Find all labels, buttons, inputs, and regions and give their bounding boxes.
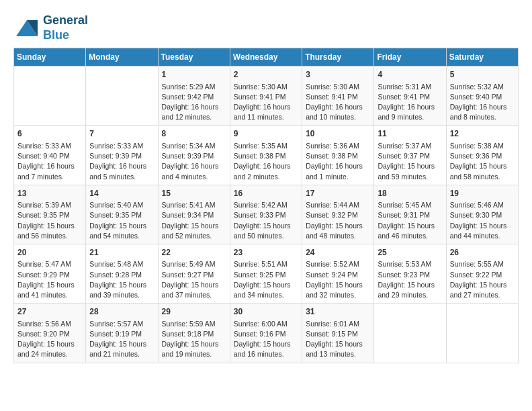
day-info: Daylight: 16 hours and 7 minutes. — [17, 161, 82, 181]
day-info: Daylight: 15 hours and 13 minutes. — [306, 339, 370, 359]
day-info: Sunrise: 5:36 AM — [306, 141, 370, 151]
day-info: Sunset: 9:25 PM — [234, 270, 298, 280]
day-info: Sunrise: 5:38 AM — [450, 141, 515, 151]
day-number: 25 — [378, 247, 442, 259]
day-info: Sunrise: 5:56 AM — [17, 319, 82, 329]
day-info: Daylight: 15 hours and 52 minutes. — [162, 221, 226, 241]
day-info: Sunrise: 5:35 AM — [234, 141, 298, 151]
calendar-cell: 16Sunrise: 5:42 AMSunset: 9:33 PMDayligh… — [230, 185, 302, 244]
day-info: Daylight: 15 hours and 34 minutes. — [234, 280, 298, 300]
day-info: Sunrise: 6:01 AM — [306, 319, 370, 329]
day-info: Sunrise: 5:57 AM — [89, 319, 154, 329]
day-info: Sunrise: 5:46 AM — [450, 200, 515, 210]
day-number: 28 — [89, 306, 154, 318]
day-info: Daylight: 16 hours and 4 minutes. — [162, 161, 226, 181]
day-info: Sunrise: 5:47 AM — [17, 259, 82, 269]
calendar-cell: 27Sunrise: 5:56 AMSunset: 9:20 PMDayligh… — [14, 304, 86, 363]
day-info: Sunrise: 5:45 AM — [378, 200, 442, 210]
day-number: 30 — [234, 306, 298, 318]
calendar-cell: 7Sunrise: 5:33 AMSunset: 9:39 PMDaylight… — [86, 126, 158, 185]
day-number: 6 — [17, 128, 82, 140]
day-info: Sunrise: 5:33 AM — [89, 141, 154, 151]
day-info: Daylight: 15 hours and 16 minutes. — [234, 339, 298, 359]
day-number: 18 — [378, 188, 442, 199]
day-number: 26 — [450, 247, 515, 259]
day-info: Sunset: 9:18 PM — [162, 329, 226, 339]
day-header-wednesday: Wednesday — [230, 48, 302, 66]
calendar-cell: 4Sunrise: 5:31 AMSunset: 9:41 PMDaylight… — [374, 66, 446, 126]
calendar-cell — [14, 66, 86, 126]
calendar-cell: 25Sunrise: 5:53 AMSunset: 9:23 PMDayligh… — [374, 244, 446, 303]
calendar-cell: 21Sunrise: 5:48 AMSunset: 9:28 PMDayligh… — [86, 244, 158, 303]
day-info: Sunset: 9:28 PM — [89, 270, 154, 280]
day-number: 27 — [17, 306, 82, 318]
calendar-cell — [86, 66, 158, 126]
day-info: Sunset: 9:39 PM — [162, 151, 226, 161]
calendar-cell: 22Sunrise: 5:49 AMSunset: 9:27 PMDayligh… — [158, 244, 230, 303]
day-info: Sunrise: 5:41 AM — [162, 200, 226, 210]
day-number: 13 — [17, 188, 82, 199]
day-info: Sunset: 9:16 PM — [234, 329, 298, 339]
day-info: Daylight: 15 hours and 39 minutes. — [89, 280, 154, 300]
day-number: 8 — [162, 128, 226, 140]
day-info: Daylight: 16 hours and 8 minutes. — [450, 102, 515, 122]
calendar-cell: 14Sunrise: 5:40 AMSunset: 9:35 PMDayligh… — [86, 185, 158, 244]
day-info: Daylight: 15 hours and 29 minutes. — [378, 280, 442, 300]
calendar-cell: 26Sunrise: 5:55 AMSunset: 9:22 PMDayligh… — [446, 244, 518, 303]
calendar-week-4: 20Sunrise: 5:47 AMSunset: 9:29 PMDayligh… — [14, 244, 519, 303]
calendar-cell: 20Sunrise: 5:47 AMSunset: 9:29 PMDayligh… — [14, 244, 86, 303]
day-info: Daylight: 15 hours and 58 minutes. — [450, 161, 515, 181]
day-number: 11 — [378, 128, 442, 140]
day-header-saturday: Saturday — [446, 48, 518, 66]
logo-icon — [13, 15, 40, 42]
day-info: Daylight: 15 hours and 32 minutes. — [306, 280, 370, 300]
calendar-week-1: 1Sunrise: 5:29 AMSunset: 9:42 PMDaylight… — [14, 66, 519, 126]
calendar-cell: 13Sunrise: 5:39 AMSunset: 9:35 PMDayligh… — [14, 185, 86, 244]
day-info: Sunrise: 5:53 AM — [378, 259, 442, 269]
day-header-friday: Friday — [374, 48, 446, 66]
day-info: Sunset: 9:23 PM — [378, 270, 442, 280]
calendar-cell: 2Sunrise: 5:30 AMSunset: 9:41 PMDaylight… — [230, 66, 302, 126]
calendar-cell — [446, 304, 518, 363]
day-info: Daylight: 16 hours and 9 minutes. — [378, 102, 442, 122]
day-info: Daylight: 16 hours and 1 minute. — [306, 161, 370, 181]
day-number: 29 — [162, 306, 226, 318]
calendar-cell: 15Sunrise: 5:41 AMSunset: 9:34 PMDayligh… — [158, 185, 230, 244]
day-number: 2 — [234, 69, 298, 81]
day-info: Sunset: 9:38 PM — [234, 151, 298, 161]
day-info: Sunset: 9:41 PM — [306, 92, 370, 102]
day-info: Sunset: 9:30 PM — [450, 210, 515, 220]
day-info: Daylight: 15 hours and 27 minutes. — [450, 280, 515, 300]
day-info: Sunset: 9:22 PM — [450, 270, 515, 280]
day-header-thursday: Thursday — [302, 48, 374, 66]
day-info: Sunset: 9:40 PM — [450, 92, 515, 102]
day-info: Sunset: 9:36 PM — [450, 151, 515, 161]
day-info: Sunset: 9:38 PM — [306, 151, 370, 161]
day-info: Sunset: 9:42 PM — [162, 92, 226, 102]
day-header-tuesday: Tuesday — [158, 48, 230, 66]
day-info: Daylight: 16 hours and 12 minutes. — [162, 102, 226, 122]
day-info: Sunset: 9:32 PM — [306, 210, 370, 220]
day-info: Daylight: 15 hours and 44 minutes. — [450, 221, 515, 241]
day-info: Sunrise: 5:31 AM — [378, 82, 442, 92]
calendar-cell: 30Sunrise: 6:00 AMSunset: 9:16 PMDayligh… — [230, 304, 302, 363]
day-info: Sunset: 9:24 PM — [306, 270, 370, 280]
day-info: Daylight: 15 hours and 54 minutes. — [89, 221, 154, 241]
day-info: Daylight: 15 hours and 41 minutes. — [17, 280, 82, 300]
day-info: Sunset: 9:41 PM — [234, 92, 298, 102]
day-info: Sunset: 9:41 PM — [378, 92, 442, 102]
day-info: Daylight: 16 hours and 2 minutes. — [234, 161, 298, 181]
day-info: Sunrise: 5:59 AM — [162, 319, 226, 329]
day-info: Sunset: 9:39 PM — [89, 151, 154, 161]
day-number: 4 — [378, 69, 442, 81]
calendar-cell: 28Sunrise: 5:57 AMSunset: 9:19 PMDayligh… — [86, 304, 158, 363]
day-info: Daylight: 15 hours and 37 minutes. — [162, 280, 226, 300]
calendar-cell: 19Sunrise: 5:46 AMSunset: 9:30 PMDayligh… — [446, 185, 518, 244]
day-info: Daylight: 15 hours and 50 minutes. — [234, 221, 298, 241]
day-info: Sunrise: 5:49 AM — [162, 259, 226, 269]
calendar-cell: 18Sunrise: 5:45 AMSunset: 9:31 PMDayligh… — [374, 185, 446, 244]
day-info: Sunset: 9:34 PM — [162, 210, 226, 220]
day-info: Sunrise: 5:44 AM — [306, 200, 370, 210]
day-number: 7 — [89, 128, 154, 140]
day-info: Sunrise: 5:48 AM — [89, 259, 154, 269]
